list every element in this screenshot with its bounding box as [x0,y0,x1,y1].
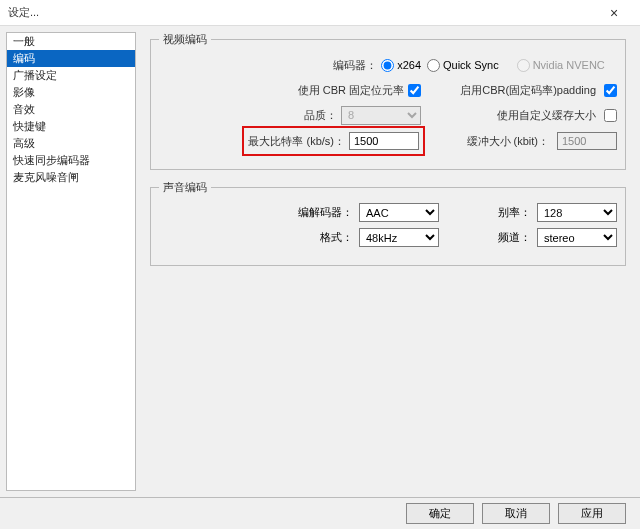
sidebar-item-2[interactable]: 广播设定 [7,67,135,84]
bitrate-highlight: 最大比特率 (kb/s)： [242,126,425,156]
cbr-padding-checkbox[interactable] [604,84,617,97]
format-select[interactable]: 48kHz [359,228,439,247]
channel-select[interactable]: stereo [537,228,617,247]
encoder-x264-radio[interactable]: x264 [381,59,421,72]
bitrate-label: 别率： [487,205,537,220]
codec-select[interactable]: AAC [359,203,439,222]
encoder-label: 编码器： [159,58,377,73]
sidebar-item-8[interactable]: 麦克风噪音闸 [7,169,135,186]
bitrate-select[interactable]: 128 [537,203,617,222]
close-icon[interactable]: × [594,2,634,24]
cbr-padding-label: 启用CBR(固定码率)padding [427,83,600,98]
apply-button[interactable]: 应用 [558,503,626,524]
sidebar-item-6[interactable]: 高级 [7,135,135,152]
max-bitrate-label: 最大比特率 (kb/s)： [248,134,345,149]
ok-button[interactable]: 确定 [406,503,474,524]
buffer-size-input [557,132,617,150]
sidebar-item-5[interactable]: 快捷键 [7,118,135,135]
channel-label: 频道： [487,230,537,245]
quality-select: 8 [341,106,421,125]
cancel-button[interactable]: 取消 [482,503,550,524]
titlebar: 设定... × [0,0,640,26]
cbr-checkbox[interactable] [408,84,421,97]
sidebar: 一般编码广播设定影像音效快捷键高级快速同步编码器麦克风噪音闸 [6,32,136,491]
video-fieldset: 视频编码 编码器： x264 Quick Sync [150,32,626,170]
sidebar-item-4[interactable]: 音效 [7,101,135,118]
video-legend: 视频编码 [159,32,211,47]
encoder-nvenc-radio: Nvidia NVENC [517,59,605,72]
max-bitrate-input[interactable] [349,132,419,150]
format-label: 格式： [159,230,359,245]
sidebar-item-0[interactable]: 一般 [7,33,135,50]
encoder-quicksync-input[interactable] [427,59,440,72]
sidebar-item-1[interactable]: 编码 [7,50,135,67]
buffer-size-label: 缓冲大小 (kbit)： [427,134,553,149]
content-panel: 视频编码 编码器： x264 Quick Sync [142,32,634,491]
audio-legend: 声音编码 [159,180,211,195]
custom-buffer-checkbox[interactable] [604,109,617,122]
sidebar-item-3[interactable]: 影像 [7,84,135,101]
encoder-x264-input[interactable] [381,59,394,72]
window-title: 设定... [8,5,39,20]
sidebar-item-7[interactable]: 快速同步编码器 [7,152,135,169]
encoder-quicksync-radio[interactable]: Quick Sync [427,59,499,72]
custom-buffer-label: 使用自定义缓存大小 [427,108,600,123]
footer: 确定 取消 应用 [0,497,640,529]
main-area: 一般编码广播设定影像音效快捷键高级快速同步编码器麦克风噪音闸 视频编码 编码器：… [0,26,640,497]
quality-label: 品质： [159,108,337,123]
codec-label: 编解码器： [159,205,359,220]
audio-fieldset: 声音编码 编解码器： AAC 别率： 128 格式： 48kHz 频道： ste… [150,180,626,266]
cbr-label: 使用 CBR 固定位元率 [159,83,404,98]
encoder-nvenc-input [517,59,530,72]
